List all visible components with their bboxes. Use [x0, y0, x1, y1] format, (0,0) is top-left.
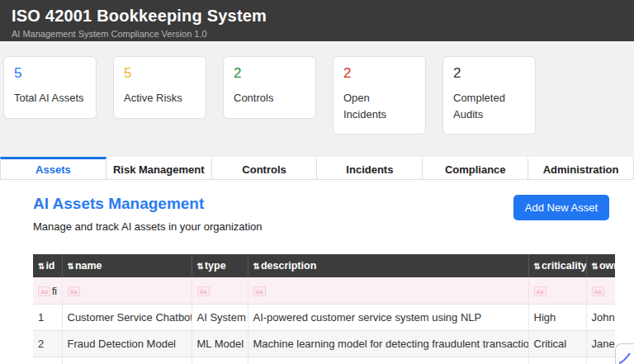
stat-card-open-incidents: 2 Open Incidents	[333, 56, 426, 135]
filter-value-id: fi	[52, 286, 57, 297]
column-header-owner[interactable]: ⇅owner	[586, 254, 615, 277]
corner-widget[interactable]	[615, 343, 634, 364]
column-header-description[interactable]: ⇅description	[248, 254, 528, 277]
cell-name: Customer Service Chatbot	[62, 305, 192, 331]
stat-card-active-risks: 5 Active Risks	[113, 56, 206, 119]
cell-owner: John	[586, 305, 615, 331]
cell-owner: Data	[586, 357, 615, 364]
cell-name: Fraud Detection Model	[62, 331, 192, 357]
section-header: AI Assets Management Manage and track AI…	[0, 195, 634, 233]
table-row: 2 Fraud Detection Model ML Model Machine…	[33, 331, 615, 357]
table-row: 1 Customer Service Chatbot AI System AI-…	[33, 305, 615, 331]
stat-value: 2	[453, 65, 525, 82]
cell-owner: Jane	[586, 331, 615, 357]
cell-description: Machine learning model for detecting fra…	[248, 331, 528, 357]
stat-card-controls: 2 Controls	[223, 56, 316, 119]
sort-icon: ⇅	[38, 262, 45, 271]
column-header-criticality[interactable]: ⇅criticality	[528, 254, 586, 277]
pencil-icon	[618, 352, 632, 364]
stat-value: 2	[234, 65, 305, 82]
filter-input-icon[interactable]: Aa	[68, 286, 80, 296]
stat-label: Active Risks	[124, 90, 196, 106]
table-header-row: ⇅id ⇅name ⇅type ⇅description ⇅criticalit…	[33, 254, 615, 277]
filter-row: Aafi Aa Aa Aa Aa Aa	[33, 277, 615, 305]
stat-card-total-ai-assets: 5 Total AI Assets	[3, 56, 97, 119]
tab-administration[interactable]: Administration	[528, 157, 634, 180]
app-header: ISO 42001 Bookkeeping System AI Manageme…	[0, 0, 634, 41]
cell-type: Dataset	[192, 357, 248, 364]
page-title: AI Assets Management	[33, 195, 263, 213]
table-row: 3 Training Dataset Dataset Customer inte…	[33, 357, 615, 364]
column-header-id[interactable]: ⇅id	[33, 254, 62, 277]
sort-icon: ⇅	[197, 262, 204, 271]
filter-cell-description[interactable]: Aa	[248, 277, 528, 305]
app-title: ISO 42001 Bookkeeping System	[12, 7, 622, 26]
stat-value: 5	[124, 65, 196, 82]
filter-cell-id[interactable]: Aafi	[33, 277, 62, 305]
cell-id: 3	[33, 357, 62, 364]
filter-cell-type[interactable]: Aa	[192, 277, 248, 305]
filter-cell-owner[interactable]: Aa	[586, 277, 615, 305]
cell-description: AI-powered customer service system using…	[248, 305, 528, 331]
stat-value: 5	[14, 65, 86, 82]
tab-incidents[interactable]: Incidents	[317, 157, 423, 180]
cell-criticality: High	[528, 305, 586, 331]
cell-name: Training Dataset	[62, 357, 192, 364]
cell-id: 1	[33, 305, 62, 331]
cell-id: 2	[33, 331, 62, 357]
filter-input-icon[interactable]: Aa	[253, 286, 266, 296]
column-header-name[interactable]: ⇅name	[62, 254, 192, 277]
filter-input-icon[interactable]: Aa	[197, 286, 210, 296]
stat-label: Controls	[234, 90, 305, 106]
stats-row: 5 Total AI Assets 5 Active Risks 2 Contr…	[0, 41, 634, 135]
page-description: Manage and track AI assets in your organ…	[33, 220, 263, 233]
sort-icon: ⇅	[592, 262, 599, 271]
filter-cell-name[interactable]: Aa	[62, 277, 192, 305]
stat-label: Total AI Assets	[14, 90, 86, 106]
filter-cell-criticality[interactable]: Aa	[528, 277, 586, 305]
main-tabs: Assets Risk Management Controls Incident…	[0, 157, 634, 180]
tab-compliance[interactable]: Compliance	[423, 157, 528, 180]
add-new-asset-button[interactable]: Add New Asset	[513, 195, 609, 220]
cell-criticality: Medium	[528, 357, 586, 364]
filter-input-icon[interactable]: Aa	[38, 286, 50, 296]
cell-criticality: Critical	[528, 331, 586, 357]
app-subtitle: AI Management System Compliance Version …	[12, 29, 622, 39]
stat-value: 2	[343, 65, 415, 82]
cell-type: ML Model	[192, 331, 248, 357]
stat-label: Completed Audits	[453, 90, 525, 122]
assets-table-wrap: ⇅id ⇅name ⇅type ⇅description ⇅criticalit…	[33, 254, 615, 364]
stat-label: Open Incidents	[343, 90, 415, 122]
sort-icon: ⇅	[534, 262, 541, 271]
sort-icon: ⇅	[253, 262, 260, 271]
cell-type: AI System	[192, 305, 248, 331]
tab-risk-management[interactable]: Risk Management	[106, 157, 212, 180]
filter-input-icon[interactable]: Aa	[592, 286, 604, 296]
tab-controls[interactable]: Controls	[212, 157, 318, 180]
assets-table: ⇅id ⇅name ⇅type ⇅description ⇅criticalit…	[33, 254, 615, 364]
stat-card-completed-audits: 2 Completed Audits	[442, 56, 536, 135]
sort-icon: ⇅	[68, 262, 74, 271]
cell-description: Customer interaction data for training A…	[248, 357, 528, 364]
tab-assets[interactable]: Assets	[0, 157, 106, 180]
assets-panel: AI Assets Management Manage and track AI…	[0, 180, 634, 364]
filter-input-icon[interactable]: Aa	[534, 286, 546, 296]
column-header-type[interactable]: ⇅type	[192, 254, 248, 277]
